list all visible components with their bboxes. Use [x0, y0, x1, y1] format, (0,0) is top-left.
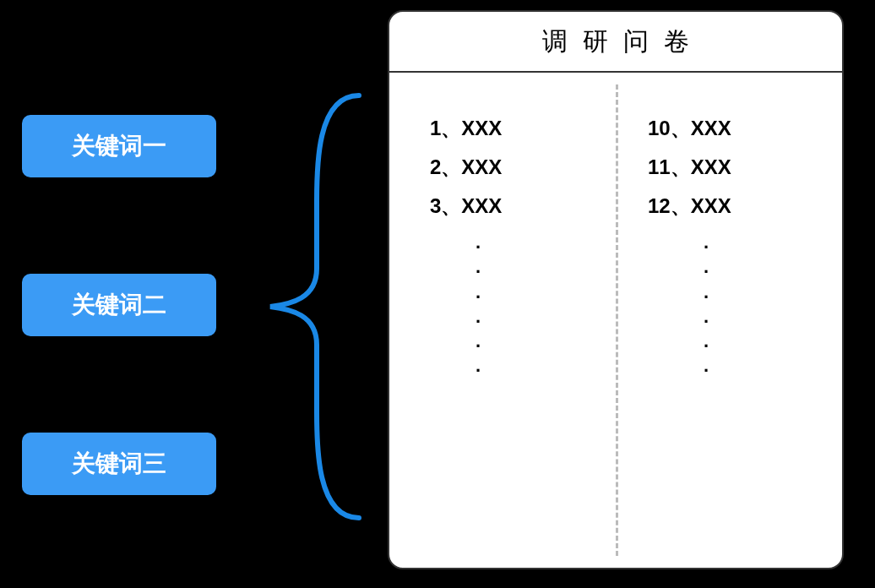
questionnaire-body: 1、XXX 2、XXX 3、XXX . . . . . . 10、XXX 11、… — [389, 73, 842, 568]
list-item: 3、XXX — [430, 193, 590, 220]
keyword-box-2: 关键词二 — [22, 274, 216, 336]
keyword-label: 关键词三 — [72, 448, 166, 480]
column-divider — [616, 84, 618, 556]
list-item: 10、XXX — [648, 115, 817, 142]
list-item: 1、XXX — [430, 115, 590, 142]
questionnaire-column-left: 1、XXX 2、XXX 3、XXX . . . . . . — [389, 73, 616, 568]
questionnaire-column-right: 10、XXX 11、XXX 12、XXX . . . . . . — [616, 73, 842, 568]
ellipsis-dots: . . . . . . — [648, 231, 817, 377]
keyword-box-1: 关键词一 — [22, 115, 216, 177]
brace-icon — [241, 91, 367, 522]
keyword-label: 关键词二 — [72, 289, 166, 321]
ellipsis-dots: . . . . . . — [430, 231, 590, 377]
list-item: 12、XXX — [648, 193, 817, 220]
questionnaire-card: 调研问卷 1、XXX 2、XXX 3、XXX . . . . . . 10、XX… — [388, 10, 844, 569]
list-item: 11、XXX — [648, 154, 817, 181]
questionnaire-title: 调研问卷 — [389, 12, 842, 73]
list-item: 2、XXX — [430, 154, 590, 181]
keyword-label: 关键词一 — [72, 130, 166, 162]
keyword-box-3: 关键词三 — [22, 433, 216, 495]
